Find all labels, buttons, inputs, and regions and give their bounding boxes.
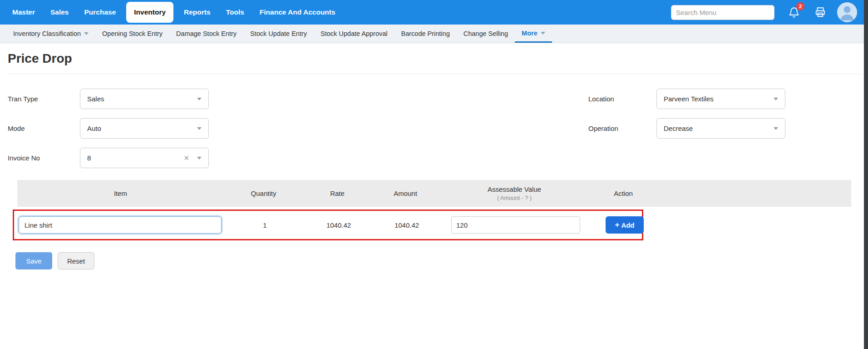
chevron-down-icon: [197, 127, 202, 130]
items-table: Item Quantity Rate Amount Assessable Val…: [17, 180, 851, 240]
col-item: Item: [17, 189, 224, 197]
table-header: Item Quantity Rate Amount Assessable Val…: [17, 180, 851, 207]
subnav-label: Inventory Classification: [13, 30, 81, 37]
price-drop-form: Tran Type Sales Mode Auto Invoice No 8 ✕: [8, 89, 860, 168]
chevron-down-icon: [774, 98, 778, 100]
user-icon: [837, 2, 857, 22]
quantity-value: 1: [225, 221, 305, 229]
tab-master[interactable]: Master: [5, 0, 43, 25]
assessable-value-input[interactable]: [451, 216, 580, 234]
subnav-damage-stock-entry[interactable]: Damage Stock Entry: [169, 25, 243, 43]
operation-select[interactable]: Decrease: [656, 118, 785, 139]
subnav-more[interactable]: More: [515, 25, 552, 43]
tran-type-select[interactable]: Sales: [80, 89, 209, 109]
chevron-down-icon: [197, 98, 202, 100]
assessable-value-formula: ( Amount - ? ): [439, 195, 589, 201]
highlighted-row-outline: 1 1040.42 1040.42 + Add: [13, 209, 643, 240]
subnav-stock-update-entry[interactable]: Stock Update Entry: [243, 25, 314, 43]
col-assessable-value: Assessable Value ( Amount - ? ): [439, 185, 589, 201]
printer-icon: [814, 6, 826, 18]
notifications-button[interactable]: 2: [787, 5, 801, 19]
subnav-stock-update-approval[interactable]: Stock Update Approval: [314, 25, 395, 43]
col-quantity: Quantity: [224, 189, 303, 197]
mode-select[interactable]: Auto: [80, 118, 209, 139]
invoice-no-select[interactable]: 8 ✕: [80, 148, 209, 168]
operation-value: Decrease: [664, 125, 693, 132]
assessable-value-title: Assessable Value: [439, 185, 589, 193]
location-select[interactable]: Parveen Textiles: [656, 89, 785, 109]
chevron-down-icon: [197, 157, 202, 160]
location-label: Location: [588, 95, 656, 103]
subnav-label: More: [522, 30, 538, 37]
reset-button[interactable]: Reset: [58, 252, 94, 269]
tab-finance-and-accounts[interactable]: Finance And Accounts: [252, 0, 343, 25]
subnav-barcode-printing[interactable]: Barcode Printing: [395, 25, 457, 43]
topbar: Master Sales Purchase Inventory Reports …: [0, 0, 868, 25]
add-button-label: Add: [621, 221, 634, 229]
add-button[interactable]: + Add: [606, 216, 644, 234]
chevron-down-icon: [541, 32, 545, 35]
clear-icon[interactable]: ✕: [183, 154, 189, 162]
print-button[interactable]: [814, 5, 827, 19]
chevron-down-icon: [774, 127, 778, 130]
avatar[interactable]: [837, 2, 857, 22]
tran-type-label: Tran Type: [8, 95, 80, 103]
operation-label: Operation: [588, 125, 656, 132]
col-action: Action: [589, 189, 657, 197]
page-title: Price Drop: [8, 51, 860, 66]
subnav-opening-stock-entry[interactable]: Opening Stock Entry: [95, 25, 169, 43]
mode-value: Auto: [87, 125, 101, 132]
plus-icon: +: [615, 220, 619, 229]
subnav-change-selling[interactable]: Change Selling: [457, 25, 515, 43]
chevron-down-icon: [84, 32, 89, 35]
search-input[interactable]: [671, 5, 774, 20]
notification-badge: 2: [796, 2, 804, 10]
col-rate: Rate: [303, 189, 371, 197]
table-row: 1 1040.42 1040.42 + Add: [19, 211, 642, 239]
inventory-subnav: Inventory Classification Opening Stock E…: [0, 25, 868, 43]
tab-sales[interactable]: Sales: [43, 0, 77, 25]
location-value: Parveen Textiles: [664, 95, 714, 103]
amount-value: 1040.42: [373, 221, 441, 229]
tab-tools[interactable]: Tools: [218, 0, 252, 25]
tab-purchase[interactable]: Purchase: [76, 0, 123, 25]
item-input[interactable]: [19, 216, 222, 234]
rate-value: 1040.42: [305, 221, 373, 229]
invoice-no-value: 8: [87, 154, 91, 162]
subnav-inventory-classification[interactable]: Inventory Classification: [6, 25, 95, 43]
form-actions: Save Reset: [15, 252, 860, 269]
tab-inventory[interactable]: Inventory: [126, 2, 173, 23]
save-button[interactable]: Save: [15, 252, 52, 269]
tran-type-value: Sales: [87, 95, 104, 103]
invoice-no-label: Invoice No: [8, 154, 80, 162]
main-menu: Master Sales Purchase Inventory Reports …: [5, 0, 343, 25]
window-edge-scrollbar[interactable]: [864, 0, 868, 349]
tab-reports[interactable]: Reports: [176, 0, 218, 25]
mode-label: Mode: [8, 125, 80, 132]
col-amount: Amount: [371, 189, 439, 197]
title-divider: [8, 74, 860, 74]
